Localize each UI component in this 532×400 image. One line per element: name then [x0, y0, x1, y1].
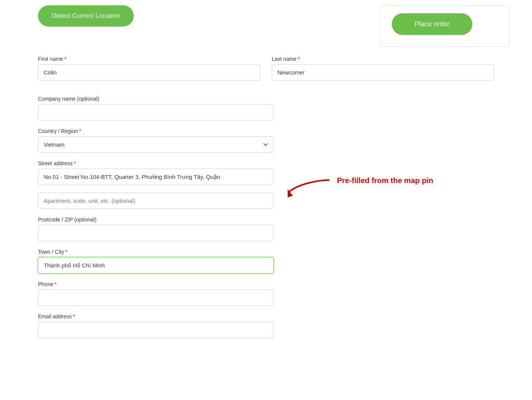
last-name-label: Last name* — [272, 56, 494, 62]
annotation-area: Pre-filled from the map pin — [288, 172, 433, 199]
arrow-icon — [288, 172, 333, 199]
postcode-group: Postcode / ZIP (optional) — [38, 217, 274, 241]
company-name-label: Company name (optional) — [38, 96, 274, 102]
last-name-group: Last name* — [272, 56, 494, 81]
town-city-group: Town / City* — [38, 249, 274, 274]
street-address-container: Pre-filled from the map pin — [38, 169, 274, 185]
page-wrapper: Detect Current Location Place order Firs… — [0, 0, 532, 400]
first-name-label: First name* — [38, 56, 260, 62]
first-name-group: First name* — [38, 56, 260, 81]
email-input[interactable] — [38, 322, 274, 338]
phone-input[interactable] — [38, 289, 274, 306]
place-order-button[interactable]: Place order — [392, 13, 472, 35]
last-name-input[interactable] — [272, 64, 494, 81]
town-city-label: Town / City* — [38, 249, 274, 255]
postcode-input[interactable] — [38, 225, 274, 241]
name-row: First name* Last name* — [38, 56, 494, 88]
street-address-group: Street address* Pre-filled from the map … — [38, 160, 494, 185]
street-address-input[interactable] — [38, 169, 274, 185]
country-group: Country / Region* Vietnam — [38, 128, 274, 153]
company-name-input[interactable] — [38, 104, 274, 120]
phone-label: Phone* — [38, 281, 274, 287]
top-bar: Detect Current Location Place order — [0, 0, 532, 52]
email-label: Email address* — [38, 313, 274, 319]
country-select[interactable]: Vietnam — [38, 136, 274, 153]
annotation-text: Pre-filled from the map pin — [337, 172, 433, 185]
first-name-input[interactable] — [38, 64, 260, 81]
apartment-group — [38, 193, 274, 209]
form-area: First name* Last name* Company name (opt… — [0, 52, 532, 361]
order-box: Place order — [380, 5, 509, 47]
phone-group: Phone* — [38, 281, 274, 306]
company-name-group: Company name (optional) — [38, 96, 274, 120]
detect-location-button[interactable]: Detect Current Location — [38, 5, 134, 27]
postcode-label: Postcode / ZIP (optional) — [38, 217, 274, 223]
apartment-input[interactable] — [38, 193, 274, 209]
street-address-label: Street address* — [38, 160, 494, 166]
town-city-input[interactable] — [38, 257, 274, 274]
email-group: Email address* — [38, 313, 274, 338]
country-label: Country / Region* — [38, 128, 274, 134]
